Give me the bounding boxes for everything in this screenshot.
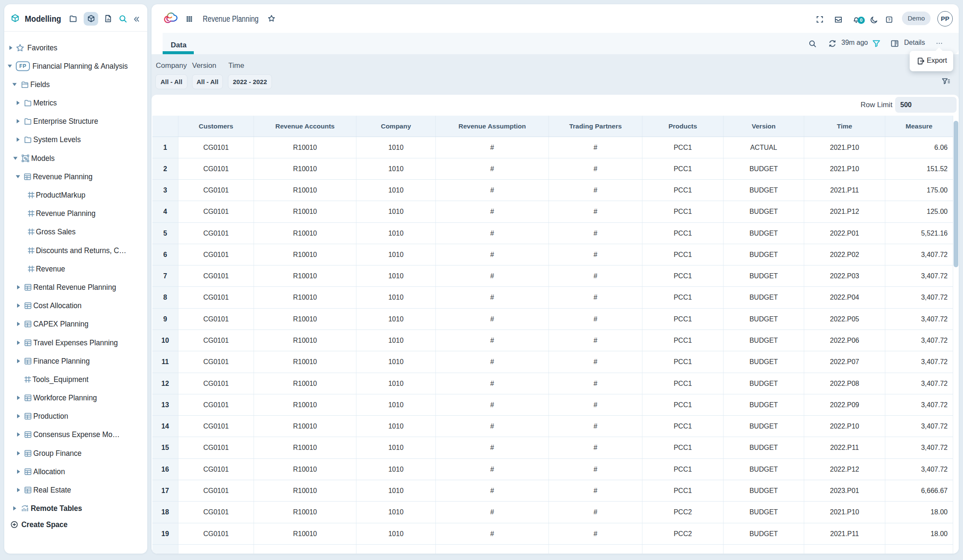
svg-text:?: ? (888, 17, 890, 22)
